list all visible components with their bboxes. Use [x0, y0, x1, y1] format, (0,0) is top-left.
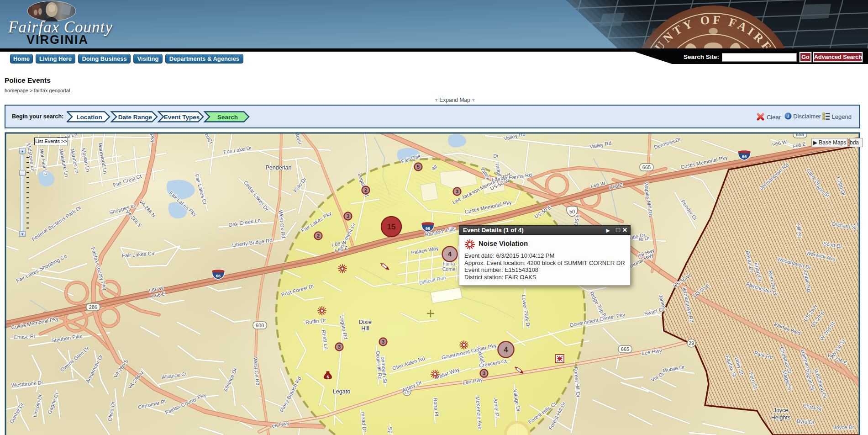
- svg-text:5: 5: [417, 164, 420, 170]
- svg-text:2: 2: [364, 187, 367, 193]
- svg-text:66: 66: [742, 154, 747, 159]
- svg-text:3: 3: [347, 213, 349, 219]
- svg-text:$: $: [326, 375, 329, 379]
- svg-text:Legato: Legato: [333, 388, 350, 395]
- svg-text:Penderlan: Penderlan: [266, 164, 292, 171]
- svg-text:Event Types: Event Types: [164, 114, 200, 121]
- svg-text:3: 3: [382, 339, 384, 345]
- svg-text:Joyce: Joyce: [773, 407, 789, 414]
- svg-text:3: 3: [456, 189, 458, 194]
- svg-text:665: 665: [642, 164, 651, 170]
- svg-text:Joyce Dr: Joyce Dr: [833, 424, 854, 430]
- svg-text:608: 608: [256, 323, 264, 328]
- svg-text:Date Range: Date Range: [118, 114, 153, 121]
- svg-text:Sp: Sp: [387, 426, 394, 434]
- svg-text:665: 665: [621, 346, 629, 352]
- svg-text:3: 3: [483, 371, 485, 376]
- svg-text:Chase Pl: Chase Pl: [13, 334, 35, 340]
- svg-text:3: 3: [338, 344, 341, 350]
- svg-text:4: 4: [448, 250, 452, 258]
- svg-text:Location: Location: [76, 114, 102, 121]
- svg-text:66: 66: [216, 274, 221, 278]
- svg-text:Corne: Corne: [442, 266, 456, 272]
- svg-text:Search: Search: [217, 114, 238, 121]
- svg-text:2: 2: [317, 233, 320, 239]
- svg-text:286: 286: [89, 304, 97, 310]
- svg-text:66: 66: [426, 226, 430, 231]
- svg-text:50: 50: [569, 209, 575, 214]
- svg-text:4: 4: [504, 346, 508, 354]
- svg-text:15: 15: [387, 223, 396, 231]
- svg-text:29: 29: [689, 340, 694, 346]
- svg-text:Hill: Hill: [361, 325, 369, 332]
- svg-text:Dr: Dr: [493, 153, 499, 159]
- svg-text:Heights: Heights: [771, 414, 790, 421]
- svg-text:Dixie: Dixie: [359, 319, 372, 325]
